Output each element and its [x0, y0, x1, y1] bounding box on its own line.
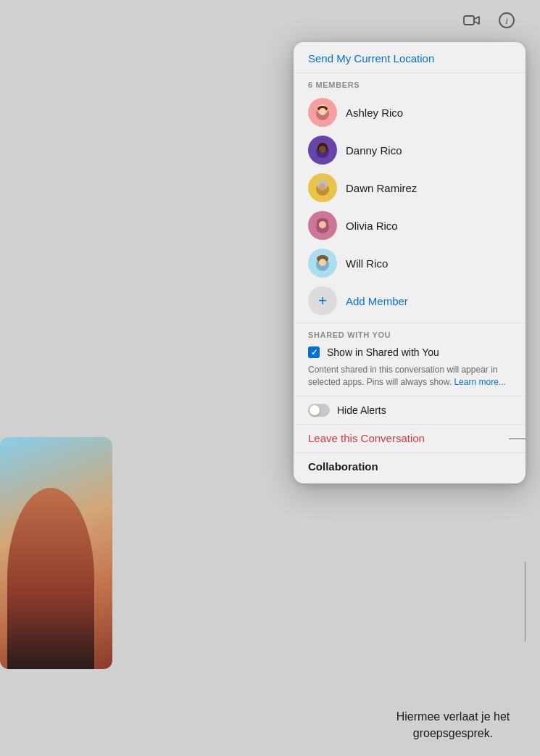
members-section: 6 MEMBERS Ashley Rico Danny Rico — [294, 73, 526, 323]
member-name: Ashley Rico — [346, 107, 403, 119]
shared-description: Content shared in this conversation will… — [308, 364, 511, 389]
member-name: Dawn Ramirez — [346, 182, 417, 194]
leave-conversation-section[interactable]: Leave this Conversation — [294, 424, 526, 452]
member-name: Olivia Rico — [346, 220, 398, 232]
list-item[interactable]: Danny Rico — [308, 131, 511, 169]
member-name: Will Rico — [346, 257, 388, 270]
photo-figure — [7, 488, 94, 669]
list-item[interactable]: Will Rico — [308, 244, 511, 282]
svg-point-11 — [319, 146, 326, 153]
video-call-icon[interactable] — [460, 9, 483, 32]
callout-line — [509, 439, 526, 439]
hide-alerts-section[interactable]: Hide Alerts — [294, 396, 526, 424]
collab-label: Collaboration — [308, 460, 378, 473]
shared-with-you-header: SHARED WITH YOU — [308, 331, 511, 339]
hide-alerts-label: Hide Alerts — [337, 404, 386, 416]
svg-point-15 — [319, 183, 326, 191]
show-in-shared-label: Show in Shared with You — [327, 346, 439, 358]
info-popover: Send My Current Location 6 MEMBERS Ashle… — [294, 42, 526, 483]
photo-thumbnail — [0, 437, 112, 669]
info-icon[interactable]: i — [495, 9, 518, 32]
show-in-shared-checkbox[interactable] — [308, 346, 320, 358]
members-header: 6 MEMBERS — [308, 80, 511, 89]
show-in-shared-row[interactable]: Show in Shared with You — [308, 346, 511, 358]
collaboration-section: Collaboration — [294, 452, 526, 483]
top-bar: i — [460, 9, 518, 32]
list-item[interactable]: Ashley Rico — [308, 94, 511, 131]
member-name: Danny Rico — [346, 144, 402, 157]
shared-with-you-section: SHARED WITH YOU Show in Shared with You … — [294, 323, 526, 396]
tooltip-text: Hiermee verlaat je het groepsgesprek. — [381, 709, 526, 742]
svg-point-19 — [319, 221, 326, 228]
svg-text:i: i — [505, 15, 508, 26]
send-location-link[interactable]: Send My Current Location — [308, 52, 434, 65]
leave-label[interactable]: Leave this Conversation — [308, 432, 425, 444]
avatar — [308, 98, 337, 127]
add-member-label: Add Member — [346, 295, 408, 307]
svg-point-7 — [319, 108, 326, 115]
list-item[interactable]: Olivia Rico — [308, 207, 511, 244]
svg-point-23 — [319, 259, 326, 266]
hide-alerts-toggle[interactable] — [308, 404, 330, 417]
avatar — [308, 249, 337, 278]
avatar — [308, 211, 337, 240]
member-list: Ashley Rico Danny Rico Dawn Ramirez — [308, 94, 511, 282]
vertical-callout-line — [525, 562, 526, 641]
add-member-icon: + — [308, 286, 337, 315]
svg-rect-0 — [464, 16, 474, 25]
send-location-section: Send My Current Location — [294, 42, 526, 73]
avatar — [308, 136, 337, 165]
learn-more-link[interactable]: Learn more... — [454, 377, 505, 387]
avatar — [308, 173, 337, 202]
add-member-item[interactable]: + Add Member — [308, 282, 511, 323]
list-item[interactable]: Dawn Ramirez — [308, 169, 511, 207]
